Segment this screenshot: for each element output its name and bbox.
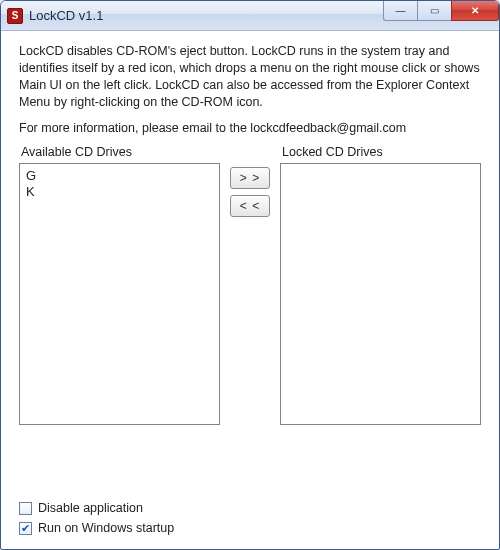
titlebar[interactable]: S LockCD v1.1 — ▭ ✕ — [1, 1, 499, 31]
disable-application-checkbox[interactable] — [19, 502, 32, 515]
move-right-button[interactable]: > > — [230, 167, 270, 189]
app-window: S LockCD v1.1 — ▭ ✕ LockCD disables CD-R… — [0, 0, 500, 550]
disable-application-label: Disable application — [38, 501, 143, 515]
minimize-button[interactable]: — — [383, 1, 417, 21]
maximize-icon: ▭ — [430, 5, 439, 16]
run-on-startup-checkbox[interactable]: ✔ — [19, 522, 32, 535]
available-listbox[interactable]: GK — [19, 163, 220, 425]
maximize-button[interactable]: ▭ — [417, 1, 451, 21]
list-item[interactable]: G — [26, 168, 213, 184]
options: Disable application ✔ Run on Windows sta… — [19, 501, 481, 535]
run-on-startup-row[interactable]: ✔ Run on Windows startup — [19, 521, 481, 535]
minimize-icon: — — [396, 5, 406, 16]
app-icon: S — [7, 8, 23, 24]
available-label: Available CD Drives — [21, 145, 220, 159]
close-button[interactable]: ✕ — [451, 1, 499, 21]
description-text: LockCD disables CD-ROM's eject button. L… — [19, 43, 481, 111]
close-icon: ✕ — [471, 5, 479, 16]
window-title: LockCD v1.1 — [29, 8, 103, 23]
info-line: For more information, please email to th… — [19, 121, 481, 135]
available-panel: Available CD Drives GK — [19, 145, 220, 425]
move-buttons: > > < < — [230, 145, 270, 217]
move-left-button[interactable]: < < — [230, 195, 270, 217]
drive-panels: Available CD Drives GK > > < < Locked CD… — [19, 145, 481, 488]
list-item[interactable]: K — [26, 184, 213, 200]
window-controls: — ▭ ✕ — [383, 1, 499, 21]
locked-panel: Locked CD Drives — [280, 145, 481, 425]
locked-label: Locked CD Drives — [282, 145, 481, 159]
run-on-startup-label: Run on Windows startup — [38, 521, 174, 535]
locked-listbox[interactable] — [280, 163, 481, 425]
client-area: LockCD disables CD-ROM's eject button. L… — [1, 31, 499, 549]
disable-application-row[interactable]: Disable application — [19, 501, 481, 515]
